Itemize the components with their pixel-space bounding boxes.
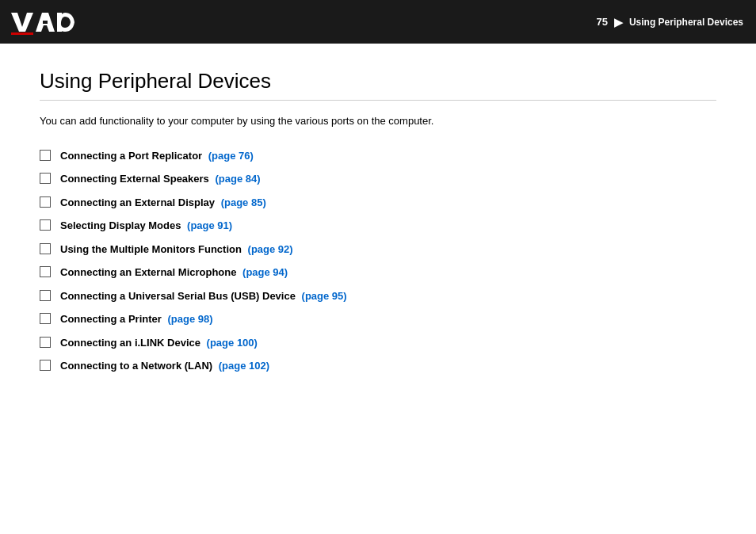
list-item: Connecting an External Microphone (page … [40, 265, 716, 280]
list-item-link[interactable]: (page 95) [302, 290, 347, 302]
checkbox-icon [40, 173, 51, 184]
page-title: Using Peripheral Devices [40, 69, 716, 101]
header: 75 ▶ Using Peripheral Devices [0, 0, 756, 44]
checkbox-icon [40, 313, 51, 324]
list-item-link[interactable]: (page 85) [221, 196, 266, 208]
logo-area [10, 10, 81, 35]
list-item: Connecting to a Network (LAN) (page 102) [40, 358, 716, 374]
page-number: 75 [596, 16, 607, 28]
list-item: Connecting a Printer (page 98) [40, 311, 716, 327]
checkbox-icon [40, 196, 51, 208]
list-item: Selecting Display Modes (page 91) [40, 218, 716, 234]
list-item: Connecting an External Display (page 85) [40, 195, 716, 211]
checkbox-icon [40, 266, 51, 277]
list-item-link[interactable]: (page 100) [207, 337, 258, 349]
checkbox-icon [40, 150, 51, 161]
intro-text: You can add functionality to your comput… [40, 113, 716, 129]
list-item-text: Connecting an i.LINK Device (page 100) [60, 335, 258, 351]
arrow-right-icon: ▶ [614, 16, 623, 29]
list-item-text: Connecting External Speakers (page 84) [60, 171, 261, 187]
checkbox-icon [40, 337, 51, 348]
checkbox-icon [40, 360, 51, 371]
toc-list: Connecting a Port Replicator (page 76)Co… [40, 148, 716, 374]
list-item-text: Connecting a Port Replicator (page 76) [60, 148, 254, 164]
list-item: Using the Multiple Monitors Function (pa… [40, 242, 716, 257]
list-item: Connecting a Universal Serial Bus (USB) … [40, 288, 716, 304]
list-item-link[interactable]: (page 92) [248, 243, 293, 255]
header-section-title: Using Peripheral Devices [629, 17, 743, 28]
list-item: Connecting an i.LINK Device (page 100) [40, 335, 716, 351]
list-item-link[interactable]: (page 84) [215, 173, 260, 185]
list-item-link[interactable]: (page 94) [242, 266, 288, 278]
checkbox-icon [40, 290, 51, 301]
list-item-text: Connecting an External Microphone (page … [60, 265, 288, 280]
svg-rect-3 [43, 21, 48, 24]
vaio-logo [10, 10, 81, 35]
list-item-link[interactable]: (page 91) [187, 219, 232, 231]
svg-rect-5 [11, 32, 33, 35]
list-item: Connecting External Speakers (page 84) [40, 171, 716, 187]
list-item: Connecting a Port Replicator (page 76) [40, 148, 716, 164]
checkbox-icon [40, 219, 51, 231]
list-item-text: Connecting a Printer (page 98) [60, 311, 213, 327]
svg-marker-0 [11, 13, 33, 32]
list-item-link[interactable]: (page 76) [208, 150, 254, 162]
list-item-link[interactable]: (page 102) [219, 360, 269, 372]
list-item-link[interactable]: (page 98) [167, 313, 212, 325]
list-item-text: Selecting Display Modes (page 91) [60, 218, 232, 234]
list-item-text: Connecting a Universal Serial Bus (USB) … [60, 288, 347, 304]
main-content: Using Peripheral Devices You can add fun… [0, 44, 756, 407]
list-item-text: Using the Multiple Monitors Function (pa… [60, 242, 293, 257]
header-right: 75 ▶ Using Peripheral Devices [596, 16, 743, 29]
list-item-text: Connecting an External Display (page 85) [60, 195, 266, 211]
list-item-text: Connecting to a Network (LAN) (page 102) [60, 358, 269, 374]
checkbox-icon [40, 243, 51, 254]
